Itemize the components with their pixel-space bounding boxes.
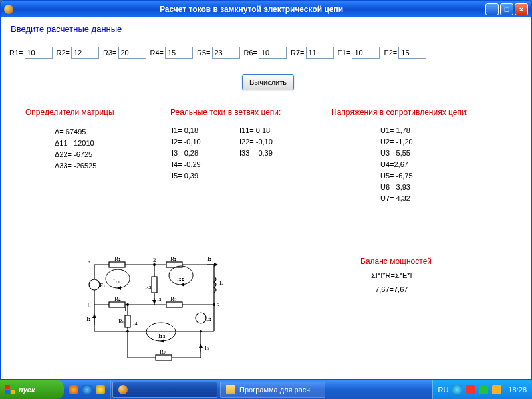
- input-r7[interactable]: [306, 47, 334, 59]
- section-voltages: Напряжения в сопротивлениях цепи:: [331, 108, 468, 117]
- lbl-R4: R₄: [114, 295, 121, 302]
- label-r7: R7=: [291, 49, 305, 57]
- section-currents: Реальные токи в ветвях цепи:: [170, 108, 281, 117]
- tray-chevron-icon[interactable]: [452, 385, 462, 394]
- ie-icon[interactable]: [82, 385, 92, 394]
- clock[interactable]: 18:28: [508, 386, 527, 394]
- svg-point-23: [153, 263, 156, 266]
- det-d: Δ= 67495: [55, 126, 96, 138]
- window-title: Расчет токов в замкнутой электрической ц…: [160, 5, 343, 14]
- lbl-L: L: [219, 279, 223, 286]
- svg-point-18: [196, 313, 206, 323]
- tray-volume-icon[interactable]: [492, 385, 501, 394]
- lbl-R6: R₆: [118, 318, 125, 325]
- minimize-button[interactable]: _: [485, 3, 499, 15]
- lbl-n3: 3: [217, 302, 220, 309]
- i5: I5= 0,39: [172, 170, 201, 182]
- taskbar-item-app[interactable]: [112, 382, 217, 398]
- input-r6[interactable]: [259, 47, 287, 59]
- lang-indicator[interactable]: RU: [438, 386, 449, 394]
- det-d11: Δ11= 12010: [55, 138, 96, 149]
- svg-rect-13: [109, 302, 125, 307]
- lbl-I22: I₂₂: [177, 275, 184, 282]
- system-tray: RU 18:28: [432, 380, 532, 399]
- lbl-I2: I₂: [207, 255, 212, 262]
- u4: U4=2,67: [380, 159, 413, 170]
- titlebar[interactable]: Расчет токов в замкнутой электрической ц…: [1, 1, 531, 17]
- lbl-R5: R₅: [170, 295, 177, 302]
- i22: I22= -0,10: [239, 136, 273, 148]
- taskbar: пуск Программа для расч... RU 18:28: [0, 380, 532, 399]
- lbl-I33: I₃₃: [158, 332, 166, 339]
- svg-rect-12: [152, 277, 157, 293]
- i11: I11= 0,18: [239, 125, 273, 136]
- lbl-I4: I₄: [133, 319, 138, 326]
- svg-rect-14: [166, 302, 182, 307]
- app-window: Расчет токов в замкнутой электрической ц…: [0, 0, 532, 380]
- maximize-button[interactable]: □: [500, 3, 513, 15]
- balance-value: 7,67=7,67: [371, 284, 412, 295]
- taskbar-item-folder[interactable]: Программа для расч...: [220, 382, 325, 398]
- lbl-R2: R₂: [170, 255, 177, 262]
- balance-block: ΣI*I*R=Σ*E*I 7,67=7,67: [371, 270, 412, 295]
- lbl-E2: E₂: [206, 315, 213, 322]
- windows-logo-icon: [5, 385, 16, 394]
- svg-point-27: [200, 330, 202, 332]
- app-icon: [4, 5, 13, 14]
- u2: U2= -1,20: [380, 136, 413, 148]
- i33: I33= -0,39: [239, 148, 273, 159]
- input-r5[interactable]: [212, 47, 240, 59]
- label-r6: R6=: [244, 49, 258, 57]
- input-row: R1= R2= R3= R4= R5= R6= R7= E1= E2=: [9, 47, 426, 59]
- u7: U7= 4,32: [380, 193, 413, 204]
- folder-icon: [226, 385, 235, 394]
- task2-label: Программа для расч...: [239, 386, 316, 394]
- lbl-I3: I₃: [157, 295, 162, 302]
- start-button[interactable]: пуск: [0, 380, 64, 399]
- lbl-na: a: [88, 258, 90, 265]
- u3: U3= 5,55: [380, 148, 413, 159]
- lbl-E1: E₁: [100, 282, 106, 289]
- u6: U6= 3,93: [380, 182, 413, 193]
- compute-button[interactable]: Вычислить: [242, 74, 294, 90]
- svg-point-24: [126, 303, 129, 306]
- app-icon: [118, 385, 128, 394]
- lbl-I11: I₁₁: [113, 278, 120, 285]
- input-r4[interactable]: [165, 47, 193, 59]
- close-button[interactable]: ×: [515, 3, 528, 15]
- app-shortcut-icon[interactable]: [96, 385, 105, 394]
- firefox-icon[interactable]: [69, 385, 78, 394]
- label-e2: E2=: [384, 49, 397, 57]
- svg-point-25: [213, 303, 215, 306]
- circuit-diagram: R₁ R₂ R₃ R₄ R₅ R₆ R₇ E₁ E₂ I₁ I₂ I₃ I₄ I…: [81, 251, 227, 364]
- section-determinants: Определители матрицы: [25, 108, 114, 117]
- label-r1: R1=: [9, 49, 23, 57]
- lbl-nb: b: [88, 302, 91, 309]
- label-e1: E1=: [338, 49, 351, 57]
- lbl-R1: R₁: [114, 255, 121, 262]
- input-e1[interactable]: [352, 47, 380, 59]
- lbl-R3: R₃: [145, 283, 152, 290]
- input-r2[interactable]: [71, 47, 99, 59]
- input-r3[interactable]: [118, 47, 146, 59]
- determinants-block: Δ= 67495 Δ11= 12010 Δ22= -6725 Δ33= -265…: [55, 126, 96, 172]
- tray-network-icon[interactable]: [479, 385, 488, 394]
- u1: U1= 1,78: [380, 125, 413, 136]
- u5: U5= -6,75: [380, 170, 413, 182]
- label-r2: R2=: [57, 49, 70, 57]
- label-r5: R5=: [197, 49, 211, 57]
- quick-launch: [64, 380, 111, 399]
- label-r4: R4=: [150, 49, 164, 57]
- input-r1[interactable]: [25, 47, 53, 59]
- svg-rect-16: [156, 355, 172, 360]
- input-e2[interactable]: [398, 47, 426, 59]
- svg-point-26: [126, 330, 129, 332]
- svg-point-17: [89, 279, 100, 290]
- tray-shield-icon[interactable]: [466, 385, 475, 394]
- i2: I2= -0,10: [172, 136, 201, 148]
- label-r3: R3=: [103, 49, 117, 57]
- voltages-block: U1= 1,78 U2= -1,20 U3= 5,55 U4=2,67 U5= …: [380, 125, 413, 204]
- svg-rect-10: [109, 262, 125, 267]
- lbl-I1: I₁: [86, 315, 91, 322]
- currents-block-b: I11= 0,18 I22= -0,10 I33= -0,39: [239, 125, 273, 159]
